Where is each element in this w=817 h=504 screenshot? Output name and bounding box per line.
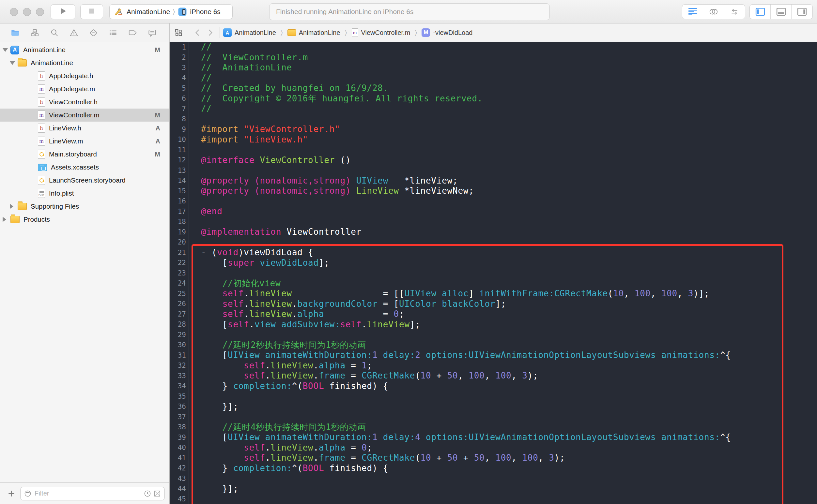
line-number[interactable]: 12	[170, 156, 188, 164]
symbol-navigator-tab[interactable]	[30, 28, 39, 37]
code-line[interactable]: 22 [super viewDidLoad];	[170, 258, 817, 268]
sidebar-item-animationline[interactable]: AnimationLine	[0, 56, 169, 69]
line-number[interactable]: 8	[170, 115, 188, 123]
source-control-filter-icon[interactable]	[153, 490, 161, 497]
code-line[interactable]: 38 //延时4秒执行持续时间为1秒的动画	[170, 422, 817, 433]
breakpoint-navigator-tab[interactable]	[128, 28, 137, 37]
code-line[interactable]: 13	[170, 165, 817, 176]
code-line[interactable]: 44 }];	[170, 484, 817, 494]
code-line[interactable]: 5// Created by huangfei on 16/9/28.	[170, 83, 817, 94]
line-number[interactable]: 5	[170, 84, 188, 92]
code-line[interactable]: 36 }];	[170, 402, 817, 412]
line-number[interactable]: 39	[170, 434, 188, 441]
code-line[interactable]: 23	[170, 268, 817, 278]
breadcrumb-item-animationline[interactable]: AnimationLine	[288, 29, 340, 37]
stop-button[interactable]	[80, 4, 103, 19]
sidebar-item-lineview-h[interactable]: hLineView.hA	[0, 122, 169, 135]
code-area[interactable]: 1//2// ViewController.m3// AnimationLine…	[170, 42, 817, 504]
code-line[interactable]: 7//	[170, 104, 817, 114]
line-number[interactable]: 38	[170, 423, 188, 431]
code-line[interactable]: 1//	[170, 42, 817, 52]
line-number[interactable]: 21	[170, 249, 188, 257]
line-number[interactable]: 32	[170, 362, 188, 369]
code-line[interactable]: 43	[170, 473, 817, 484]
version-editor-button[interactable]	[724, 5, 745, 19]
add-button[interactable]	[7, 489, 16, 498]
zoom-button[interactable]	[36, 8, 44, 16]
line-number[interactable]: 7	[170, 105, 188, 113]
code-line[interactable]: 16	[170, 196, 817, 207]
code-line[interactable]: 24 //初始化view	[170, 278, 817, 289]
code-line[interactable]: 20	[170, 237, 817, 248]
code-line[interactable]: 17@end	[170, 206, 817, 217]
line-number[interactable]: 13	[170, 167, 188, 174]
line-number[interactable]: 2	[170, 53, 188, 61]
line-number[interactable]: 36	[170, 403, 188, 410]
sidebar-item-main-storyboard[interactable]: Main.storyboardM	[0, 148, 169, 161]
code-line[interactable]: 14@property (nonatomic,strong) UIView *l…	[170, 176, 817, 186]
line-number[interactable]: 6	[170, 95, 188, 102]
line-number[interactable]: 9	[170, 126, 188, 133]
line-number[interactable]: 35	[170, 393, 188, 400]
line-number[interactable]: 26	[170, 300, 188, 308]
code-line[interactable]: 15@property (nonatomic,strong) LineView …	[170, 186, 817, 196]
breadcrumb-item-animationline[interactable]: AAnimationLine	[223, 28, 276, 37]
line-number[interactable]: 15	[170, 187, 188, 195]
related-items-button[interactable]	[174, 28, 183, 37]
code-line[interactable]: 25 self.lineView = [[UIView alloc] initW…	[170, 289, 817, 299]
find-navigator-tab[interactable]	[50, 28, 59, 37]
panel-right-button[interactable]	[792, 5, 812, 19]
code-line[interactable]: 3// AnimationLine	[170, 63, 817, 73]
panel-left-button[interactable]	[750, 5, 771, 19]
sidebar-item-info-plist[interactable]: PLISTInfo.plist	[0, 187, 169, 200]
line-number[interactable]: 3	[170, 64, 188, 72]
run-button[interactable]	[51, 4, 75, 19]
line-number[interactable]: 14	[170, 177, 188, 185]
line-number[interactable]: 22	[170, 259, 188, 267]
sidebar-item-products[interactable]: Products	[0, 213, 169, 226]
code-line[interactable]: 30 //延时2秒执行持续时间为1秒的动画	[170, 340, 817, 350]
code-line[interactable]: 39 [UIView animateWithDuration:1 delay:4…	[170, 432, 817, 443]
line-number[interactable]: 27	[170, 310, 188, 318]
line-number[interactable]: 20	[170, 238, 188, 246]
sidebar-item-lineview-m[interactable]: mLineView.mA	[0, 135, 169, 148]
sidebar-item-launchscreen-storyboard[interactable]: LaunchScreen.storyboard	[0, 174, 169, 187]
code-line[interactable]: 40 self.lineView.alpha = 0;	[170, 443, 817, 453]
line-number[interactable]: 43	[170, 475, 188, 482]
code-line[interactable]: 18	[170, 217, 817, 227]
line-number[interactable]: 31	[170, 351, 188, 359]
code-line[interactable]: 45	[170, 494, 817, 504]
code-line[interactable]: 29	[170, 330, 817, 340]
code-line[interactable]: 32 self.lineView.alpha = 1;	[170, 361, 817, 371]
line-number[interactable]: 45	[170, 495, 188, 503]
code-line[interactable]: 12@interface ViewController ()	[170, 155, 817, 166]
assistant-editor-button[interactable]	[703, 5, 724, 19]
disclosure-triangle[interactable]	[10, 204, 13, 209]
line-number[interactable]: 28	[170, 320, 188, 328]
code-line[interactable]: 28 [self.view addSubview:self.lineView];	[170, 319, 817, 330]
debug-navigator-tab[interactable]	[109, 28, 117, 37]
sidebar-item-animationline[interactable]: AAnimationLineM	[0, 43, 169, 56]
code-line[interactable]: 2// ViewController.m	[170, 52, 817, 63]
source-editor[interactable]: 1//2// ViewController.m3// AnimationLine…	[170, 42, 817, 504]
line-number[interactable]: 10	[170, 136, 188, 143]
line-number[interactable]: 18	[170, 218, 188, 226]
code-line[interactable]: 35	[170, 391, 817, 402]
line-number[interactable]: 24	[170, 279, 188, 287]
line-number[interactable]: 29	[170, 331, 188, 339]
disclosure-triangle[interactable]	[3, 48, 8, 52]
code-line[interactable]: 4//	[170, 73, 817, 83]
line-number[interactable]: 16	[170, 197, 188, 205]
code-line[interactable]: 6// Copyright © 2016年 huangfei. All righ…	[170, 94, 817, 104]
code-line[interactable]: 11	[170, 145, 817, 155]
code-line[interactable]: 9#import "ViewController.h"	[170, 124, 817, 135]
sidebar-item-appdelegate-h[interactable]: hAppDelegate.h	[0, 69, 169, 82]
disclosure-triangle[interactable]	[10, 61, 15, 65]
code-line[interactable]: 19@implementation ViewController	[170, 227, 817, 237]
line-number[interactable]: 37	[170, 413, 188, 421]
scheme-selector[interactable]: AnimationLine 〉 iPhone 6s	[109, 4, 233, 19]
disclosure-triangle[interactable]	[3, 217, 6, 222]
line-number[interactable]: 30	[170, 341, 188, 349]
minimize-button[interactable]	[23, 8, 31, 16]
line-number[interactable]: 19	[170, 228, 188, 236]
